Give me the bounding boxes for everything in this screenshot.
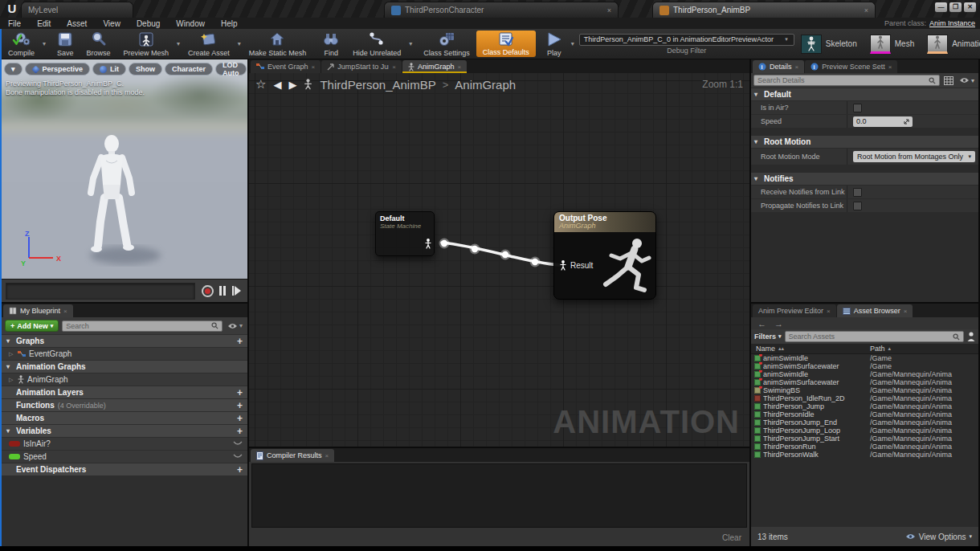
asset-row[interactable]: animSwimSurfacewater/Game/Mannequin/Anim… bbox=[751, 378, 978, 386]
window-tab-thirdpersoncharacter[interactable]: ThirdPersonCharacter × bbox=[384, 2, 619, 18]
asset-row[interactable]: SwimingBS/Game/Mannequin/Anima bbox=[751, 386, 978, 394]
view-options-button[interactable]: View Options ▾ bbox=[905, 533, 972, 541]
section-macros[interactable]: Macros + bbox=[2, 412, 247, 424]
asset-search-input[interactable] bbox=[789, 333, 953, 341]
state-machine-node[interactable]: Default State Machine bbox=[375, 211, 435, 256]
section-functions[interactable]: Functions (4 Overridable) + bbox=[2, 399, 247, 411]
details-section-root-motion[interactable]: ▾ Root Motion bbox=[751, 136, 978, 148]
asset-row[interactable]: ThirdPerson_Jump/Game/Mannequin/Anima bbox=[751, 402, 978, 410]
show-button[interactable]: Show bbox=[129, 63, 162, 76]
tab-anim-preview-editor[interactable]: Anim Preview Editor × bbox=[753, 304, 836, 317]
lit-button[interactable]: Lit bbox=[92, 63, 126, 76]
mode-mesh[interactable]: Mesh bbox=[864, 31, 921, 57]
section-event-dispatchers[interactable]: Event Dispatchers + bbox=[2, 463, 247, 475]
animgraph-canvas[interactable]: ☆ ◀ ▶ ThirdPerson_AnimBP > AnimGraph Zoo… bbox=[249, 73, 749, 447]
window-tab-thirdperson-animbp[interactable]: ThirdPerson_AnimBP × bbox=[652, 2, 876, 18]
is-in-air-checkbox[interactable] bbox=[853, 104, 862, 112]
menu-help[interactable]: Help bbox=[213, 19, 246, 28]
create-asset-caret-icon[interactable]: ▾ bbox=[236, 40, 243, 47]
hide-unrelated-button[interactable]: Hide Unrelated bbox=[346, 29, 407, 59]
tab-asset-browser[interactable]: Asset Browser × bbox=[837, 304, 913, 317]
expander-icon[interactable]: ▷ bbox=[9, 377, 14, 383]
expander-icon[interactable]: ▷ bbox=[9, 351, 14, 357]
tab-animgraph[interactable]: AnimGraph × bbox=[402, 60, 467, 73]
variable-isinair[interactable]: IsInAir? bbox=[2, 438, 247, 450]
find-button[interactable]: Find bbox=[316, 29, 346, 59]
asset-row[interactable]: ThirdPersonJump_End/Game/Mannequin/Anima bbox=[751, 418, 978, 427]
add-graph-button[interactable]: + bbox=[237, 337, 243, 346]
character-button[interactable]: Character bbox=[165, 63, 213, 76]
lod-auto-button[interactable]: LOD Auto bbox=[215, 63, 246, 76]
close-icon[interactable]: × bbox=[325, 452, 329, 459]
close-icon[interactable]: × bbox=[312, 63, 316, 71]
play-options-caret-icon[interactable]: ▾ bbox=[570, 40, 576, 47]
asset-row[interactable]: ThirdPersonRun/Game/Mannequin/Anima bbox=[751, 443, 978, 451]
menu-debug[interactable]: Debug bbox=[129, 19, 168, 28]
column-header-name[interactable]: Name ▴▴ bbox=[751, 345, 870, 353]
item-animgraph[interactable]: ▷ AnimGraph bbox=[2, 373, 247, 386]
eye-closed-icon[interactable] bbox=[233, 439, 243, 448]
play-button[interactable]: Play bbox=[539, 29, 570, 59]
clear-button[interactable]: Clear bbox=[722, 533, 741, 542]
asset-row[interactable]: ThirdPerson_IdleRun_2D/Game/Mannequin/An… bbox=[751, 394, 978, 402]
class-settings-button[interactable]: Class Settings bbox=[417, 29, 476, 59]
window-tab-mylevel[interactable]: MyLevel bbox=[21, 2, 133, 18]
asset-row[interactable]: animSwimIdle/Game bbox=[751, 354, 978, 362]
item-eventgraph[interactable]: ▷ EventGraph bbox=[2, 348, 247, 360]
section-animation-graphs[interactable]: ▾ Animation Graphs bbox=[2, 361, 247, 373]
asset-row[interactable]: ThirdPersonWalk/Game/Mannequin/Anima bbox=[751, 451, 978, 459]
add-function-button[interactable]: + bbox=[237, 401, 243, 410]
result-input-pin[interactable]: Result bbox=[560, 260, 593, 271]
close-icon[interactable]: × bbox=[63, 308, 67, 315]
details-section-default[interactable]: ▾ Default bbox=[751, 88, 978, 100]
menu-asset[interactable]: Asset bbox=[59, 19, 95, 28]
details-section-notifies[interactable]: ▾ Notifies bbox=[751, 173, 978, 185]
asset-row[interactable]: animSwimIdle/Game/Mannequin/Anima bbox=[751, 370, 978, 378]
output-pose-node[interactable]: Output Pose AnimGraph Result bbox=[553, 211, 656, 300]
column-header-path[interactable]: Path ▴ bbox=[870, 345, 978, 353]
close-icon[interactable]: × bbox=[795, 63, 799, 71]
debug-filter-dropdown[interactable]: ThirdPerson_AnimBP_C_0 in AnimationEdito… bbox=[579, 34, 794, 46]
section-animation-layers[interactable]: Animation Layers + bbox=[2, 386, 247, 398]
preview-mesh-caret-icon[interactable]: ▾ bbox=[175, 40, 182, 47]
details-search-input[interactable] bbox=[757, 76, 929, 84]
variable-speed[interactable]: Speed bbox=[2, 451, 247, 463]
details-search-box[interactable] bbox=[753, 75, 940, 86]
close-icon[interactable]: × bbox=[457, 63, 461, 71]
menu-file[interactable]: File bbox=[0, 19, 29, 28]
person-filter-icon[interactable] bbox=[967, 332, 975, 341]
class-defaults-button[interactable]: Class Defaults bbox=[476, 31, 536, 57]
section-graphs[interactable]: ▾ Graphs + bbox=[2, 335, 247, 347]
parent-class-link[interactable]: Anim Instance bbox=[929, 19, 975, 27]
preview-mesh-button[interactable]: Preview Mesh bbox=[117, 29, 176, 59]
menu-view[interactable]: View bbox=[95, 19, 129, 28]
eye-closed-icon[interactable] bbox=[233, 452, 243, 461]
maximize-button[interactable]: ❐ bbox=[949, 2, 962, 12]
filters-button[interactable]: Filters ▾ bbox=[754, 333, 782, 341]
tab-details[interactable]: i Details × bbox=[753, 60, 804, 73]
pause-button[interactable] bbox=[219, 286, 226, 296]
viewport-options-button[interactable]: ▾ bbox=[4, 63, 22, 76]
tab-preview-scene-settings[interactable]: i Preview Scene Sett × bbox=[805, 60, 897, 73]
tab-compiler-results[interactable]: Compiler Results × bbox=[251, 449, 334, 462]
asset-row[interactable]: ThirdPersonJump_Start/Game/Mannequin/Ani… bbox=[751, 435, 978, 443]
close-icon[interactable]: × bbox=[864, 6, 868, 14]
expander-icon[interactable]: ▾ bbox=[6, 427, 13, 435]
menu-edit[interactable]: Edit bbox=[29, 19, 59, 28]
perspective-button[interactable]: Perspective bbox=[25, 63, 91, 76]
browse-button[interactable]: Browse bbox=[80, 29, 117, 59]
compile-options-caret-icon[interactable]: ▾ bbox=[41, 40, 47, 47]
add-macro-button[interactable]: + bbox=[237, 414, 243, 423]
speed-value-field[interactable]: 0.0 bbox=[853, 116, 913, 127]
record-button[interactable] bbox=[202, 285, 214, 297]
section-variables[interactable]: ▾ Variables + bbox=[2, 425, 247, 437]
history-forward-button[interactable]: → bbox=[774, 319, 783, 329]
timeline-scrubber[interactable] bbox=[6, 283, 195, 300]
blueprint-search-input[interactable] bbox=[66, 322, 211, 330]
close-icon[interactable]: × bbox=[827, 308, 831, 315]
create-asset-button[interactable]: Create Asset bbox=[182, 29, 236, 59]
root-motion-mode-dropdown[interactable]: Root Motion from Montages Only ▾ bbox=[853, 151, 975, 162]
hide-unrelated-caret-icon[interactable]: ▾ bbox=[407, 40, 414, 47]
history-back-button[interactable]: ← bbox=[757, 319, 766, 329]
close-icon[interactable]: × bbox=[392, 63, 396, 71]
